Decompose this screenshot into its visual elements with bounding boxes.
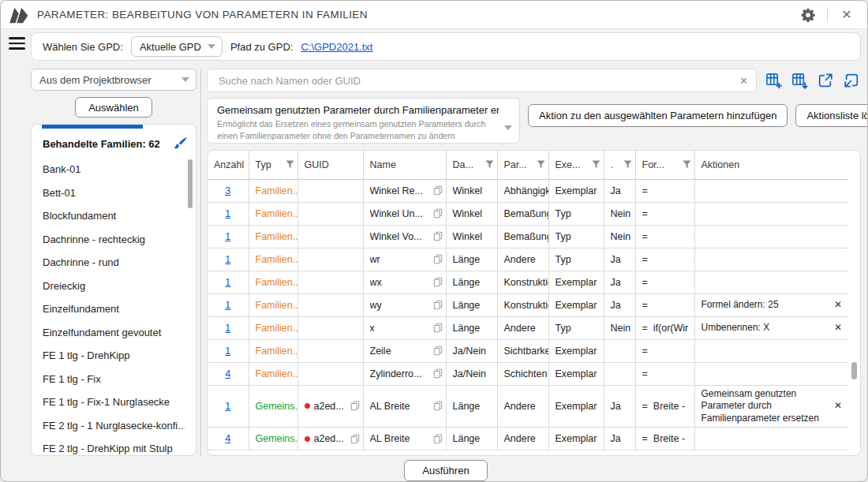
- family-item[interactable]: Blockfundament: [43, 204, 185, 228]
- remove-action-button[interactable]: ✕: [831, 299, 845, 312]
- copy-name-icon[interactable]: [433, 434, 443, 444]
- column-header-gruppe: Par...: [497, 151, 548, 179]
- count-link[interactable]: 4: [225, 433, 230, 444]
- family-list-scrollbar[interactable]: [188, 159, 193, 208]
- typ-cell: Familien...: [249, 339, 297, 362]
- close-button[interactable]: ✕: [836, 4, 858, 26]
- filter-icon[interactable]: [537, 160, 545, 169]
- table-add-button[interactable]: [764, 71, 783, 90]
- name-cell: AL Breite: [363, 428, 446, 450]
- gpd-select-value: Aktuelle GPD: [140, 41, 201, 53]
- count-link[interactable]: 1: [225, 277, 230, 288]
- count-link[interactable]: 3: [225, 185, 230, 196]
- count-link[interactable]: 1: [225, 401, 230, 412]
- filter-icon[interactable]: [592, 160, 600, 169]
- remove-action-button[interactable]: ✕: [831, 322, 845, 334]
- family-item[interactable]: Bett-01: [43, 181, 185, 205]
- run-button[interactable]: Ausführen: [404, 460, 487, 481]
- family-item[interactable]: FE 2 tlg - 1 Nurglasecke-konfi...: [43, 414, 185, 438]
- family-item[interactable]: FE 1 tlg - Fix: [43, 368, 185, 391]
- chevron-down-icon: [208, 44, 215, 49]
- copy-name-icon[interactable]: [433, 300, 443, 310]
- remove-action-button[interactable]: ✕: [831, 400, 845, 413]
- count-link[interactable]: 1: [225, 346, 230, 357]
- export-icon: [817, 73, 833, 88]
- copy-name-icon[interactable]: [433, 277, 443, 287]
- action-cell: [694, 271, 848, 293]
- settings-button[interactable]: [797, 4, 819, 26]
- table-insert-button[interactable]: [790, 71, 809, 90]
- typ-cell: Gemeins...: [249, 428, 297, 450]
- table-scrollbar[interactable]: [851, 362, 857, 379]
- copy-guid-icon[interactable]: [350, 401, 360, 411]
- gpd-select[interactable]: Aktuelle GPD: [131, 36, 223, 57]
- table-row: 1Familien...wyLängeKonstrukticExemplarJa…: [208, 293, 848, 316]
- column-header-aktionen: Aktionen: [694, 151, 848, 179]
- count-link[interactable]: 1: [225, 323, 230, 334]
- name-cell: Winkel Vo...: [363, 225, 446, 248]
- count-link[interactable]: 1: [225, 254, 230, 265]
- count-link[interactable]: 1: [225, 231, 230, 242]
- family-item[interactable]: FE 2 tlg - DrehKipp mit Stulp: [43, 437, 185, 456]
- import-button[interactable]: [842, 71, 861, 90]
- action-cell: Formel ändern: 25✕: [694, 293, 848, 316]
- select-families-button[interactable]: Auswählen: [75, 97, 152, 118]
- copy-name-icon[interactable]: [433, 368, 443, 379]
- source-select[interactable]: Aus dem Projektbrowser: [31, 69, 196, 91]
- column-header-guid: GUID: [297, 151, 363, 179]
- datatype-cell: Länge: [446, 248, 497, 271]
- gpd-path-link[interactable]: C:\GPD2021.txt: [301, 41, 372, 53]
- family-item[interactable]: Dreieckig: [43, 275, 185, 298]
- count-link[interactable]: 1: [225, 300, 230, 311]
- copy-name-icon[interactable]: [433, 185, 443, 196]
- group-cell: Konstruktic: [497, 293, 548, 316]
- copy-name-icon[interactable]: [433, 346, 443, 356]
- count-cell: 1: [208, 271, 249, 293]
- family-item[interactable]: Dachrinne - rund: [43, 251, 185, 275]
- datatype-cell: Länge: [446, 428, 497, 450]
- filter-icon[interactable]: [683, 160, 691, 169]
- copy-guid-icon[interactable]: [350, 434, 360, 444]
- datatype-cell: Länge: [446, 385, 497, 428]
- family-item[interactable]: Bank-01: [43, 158, 185, 181]
- count-link[interactable]: 4: [225, 368, 230, 379]
- menu-button[interactable]: [9, 37, 25, 50]
- binding-cell: Exemplar: [548, 339, 604, 362]
- formula-cell: =: [635, 248, 694, 271]
- filter-icon[interactable]: [623, 160, 632, 169]
- footer: Ausführen: [31, 456, 861, 482]
- copy-name-icon[interactable]: [433, 323, 443, 333]
- group-cell: Andere: [497, 248, 548, 271]
- formula-cell: =: [635, 271, 694, 293]
- name-cell: AL Breite: [363, 385, 446, 428]
- group-cell: Konstruktic: [497, 271, 548, 293]
- families-count-label: Behandelte Familien: 62: [43, 138, 160, 150]
- count-link[interactable]: 1: [225, 208, 230, 219]
- brush-icon[interactable]: [172, 136, 188, 151]
- family-item[interactable]: Einzelfundament gevoutet: [43, 321, 185, 345]
- clear-actions-button[interactable]: Aktionsliste löschen: [795, 104, 868, 127]
- filter-icon[interactable]: [485, 160, 494, 169]
- family-item[interactable]: Einzelfundament: [43, 297, 185, 321]
- copy-name-icon[interactable]: [433, 254, 443, 264]
- copy-name-icon[interactable]: [433, 208, 443, 219]
- group-cell: Bemaßung: [497, 225, 548, 248]
- column-header-datentyp: Da...: [446, 151, 497, 179]
- family-item[interactable]: FE 1 tlg - Fix-1 Nurglasecke: [43, 390, 185, 414]
- family-item[interactable]: FE 1 tlg - DrehKipp: [43, 344, 185, 368]
- binding-cell: Typ: [548, 316, 604, 339]
- filter-icon[interactable]: [286, 160, 294, 169]
- column-header-wert: .: [604, 151, 635, 179]
- name-cell: Zylinderro...: [363, 362, 446, 385]
- export-button[interactable]: [816, 71, 835, 90]
- count-cell: 3: [208, 179, 249, 202]
- clear-search-icon[interactable]: ✕: [738, 75, 750, 87]
- action-type-select[interactable]: Gemeinsam genutzten Parameter durch Fami…: [207, 98, 520, 144]
- copy-name-icon[interactable]: [433, 231, 443, 241]
- guid-cell: [297, 225, 363, 248]
- import-icon: [844, 73, 859, 88]
- search-input[interactable]: [217, 74, 738, 88]
- copy-name-icon[interactable]: [433, 401, 443, 411]
- add-action-button[interactable]: Aktion zu den ausgewählten Parametern hi…: [528, 104, 788, 127]
- family-item[interactable]: Dachrinne - rechteckig: [43, 228, 185, 252]
